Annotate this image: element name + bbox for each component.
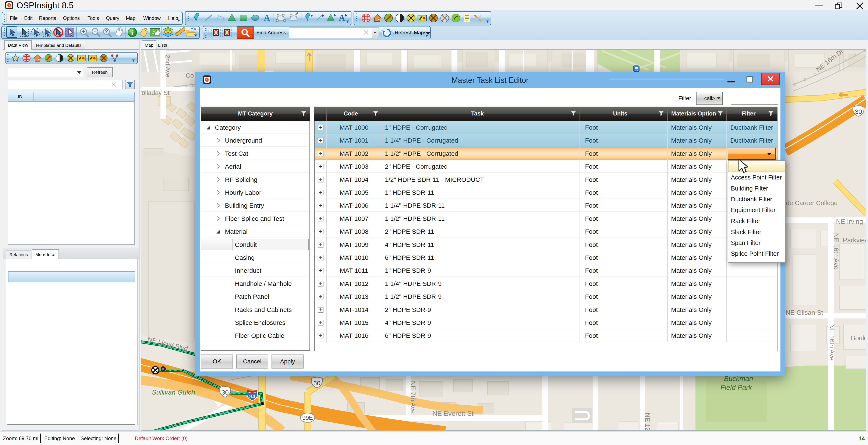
- svg-text:30: 30: [855, 108, 862, 115]
- svg-text:30: 30: [313, 380, 320, 386]
- svg-text:?: ?: [105, 28, 108, 35]
- svg-text:Co: Co: [186, 72, 194, 79]
- svg-text:NE 16th Ave: NE 16th Ave: [832, 233, 840, 269]
- svg-text:i: i: [131, 29, 133, 36]
- svg-text:99E: 99E: [302, 414, 313, 421]
- svg-text:de Career College: de Career College: [786, 199, 837, 206]
- svg-text:NE 16th Ave: NE 16th Ave: [828, 324, 836, 361]
- svg-text:Bould: Bould: [851, 335, 866, 342]
- svg-text:NE Glisan St: NE Glisan St: [785, 309, 823, 316]
- svg-text:2nd Ave: 2nd Ave: [164, 55, 171, 77]
- svg-text:+: +: [82, 28, 85, 35]
- svg-text:NE Irving: NE Irving: [836, 218, 863, 225]
- svg-text:-: -: [94, 28, 96, 35]
- svg-text:A: A: [264, 13, 270, 23]
- svg-text:Field Park: Field Park: [720, 384, 752, 391]
- svg-text:NE 12th Ave: NE 12th Ave: [644, 413, 651, 431]
- svg-text:olladay St: olladay St: [142, 89, 169, 96]
- svg-text:NE Everett St: NE Everett St: [432, 410, 473, 417]
- svg-text:84: 84: [249, 393, 255, 400]
- svg-text:30: 30: [221, 389, 228, 396]
- svg-text:A: A: [339, 13, 345, 23]
- svg-text:Sullivan Gulch: Sullivan Gulch: [152, 388, 195, 396]
- svg-text:Parkview: Parkview: [843, 236, 866, 244]
- svg-text:NE 7th Ave: NE 7th Ave: [409, 381, 417, 414]
